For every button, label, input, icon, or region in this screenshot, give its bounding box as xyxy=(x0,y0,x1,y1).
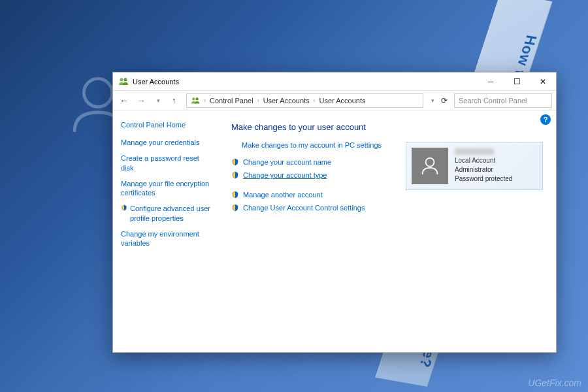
user-accounts-icon xyxy=(118,76,129,87)
chevron-down-icon[interactable]: ▾ xyxy=(430,97,436,104)
action-link-label: Change your account type xyxy=(243,171,327,179)
watermark: UGetFix.com xyxy=(528,378,581,388)
action-uac-settings[interactable]: Change User Account Control settings xyxy=(231,204,546,212)
sidebar-link-advanced-profile[interactable]: Configure advanced user profile properti… xyxy=(121,204,213,223)
breadcrumb-item[interactable]: User Accounts xyxy=(263,97,310,105)
shield-icon xyxy=(231,204,239,212)
shield-icon xyxy=(231,191,239,199)
back-button[interactable]: ← xyxy=(117,93,131,108)
secondary-actions: Manage another account Change User Accou… xyxy=(231,191,546,212)
titlebar[interactable]: User Accounts ─ ☐ ✕ xyxy=(113,73,556,91)
current-account-card: Local Account Administrator Password pro… xyxy=(406,142,543,190)
chevron-right-icon: › xyxy=(256,97,261,104)
sidebar-link-credentials[interactable]: Manage your credentials xyxy=(121,138,213,147)
content-area: ? Control Panel Home Manage your credent… xyxy=(113,110,556,352)
sidebar-link-password-reset[interactable]: Create a password reset disk xyxy=(121,154,213,172)
account-info: Local Account Administrator Password pro… xyxy=(455,148,512,184)
forward-button[interactable]: → xyxy=(134,93,148,108)
svg-point-4 xyxy=(195,97,198,100)
search-placeholder: Search Control Panel xyxy=(459,97,527,105)
close-button[interactable]: ✕ xyxy=(530,73,556,91)
sidebar-link-encryption[interactable]: Manage your file encryption certificates xyxy=(121,179,213,198)
maximize-button[interactable]: ☐ xyxy=(504,73,530,91)
svg-point-0 xyxy=(84,78,112,106)
refresh-button[interactable]: ⟳ xyxy=(437,93,451,108)
shield-icon xyxy=(121,204,127,211)
chevron-right-icon: › xyxy=(312,97,317,104)
svg-point-2 xyxy=(124,78,127,81)
user-accounts-breadcrumb-icon xyxy=(191,96,200,105)
search-input[interactable]: Search Control Panel xyxy=(454,93,552,108)
navigation-bar: ← → ▾ ↑ › Control Panel › User Accounts … xyxy=(113,91,556,110)
svg-point-5 xyxy=(426,158,434,167)
chevron-right-icon: › xyxy=(203,97,207,104)
control-panel-home-link[interactable]: Control Panel Home xyxy=(121,121,213,129)
recent-dropdown-icon[interactable]: ▾ xyxy=(151,93,165,108)
action-manage-another[interactable]: Manage another account xyxy=(231,191,546,199)
breadcrumb-item[interactable]: Control Panel xyxy=(210,97,253,105)
sidebar: Control Panel Home Manage your credentia… xyxy=(113,110,221,352)
sidebar-link-label: Configure advanced user profile properti… xyxy=(130,204,213,223)
svg-point-1 xyxy=(120,78,123,81)
help-icon[interactable]: ? xyxy=(540,114,551,125)
account-type: Local Account xyxy=(455,156,512,165)
address-breadcrumb[interactable]: › Control Panel › User Accounts › User A… xyxy=(186,93,423,108)
action-link-label: Change User Account Control settings xyxy=(243,204,365,212)
main-panel: Make changes to your user account Make c… xyxy=(221,110,556,352)
sidebar-link-environment[interactable]: Change my environment variables xyxy=(121,229,213,248)
account-name-redacted xyxy=(455,148,494,155)
shield-icon xyxy=(231,171,239,179)
user-accounts-window: User Accounts ─ ☐ ✕ ← → ▾ ↑ › Control Pa… xyxy=(112,72,557,353)
window-controls: ─ ☐ ✕ xyxy=(478,73,556,91)
minimize-button[interactable]: ─ xyxy=(478,73,504,91)
shield-icon xyxy=(231,158,239,166)
breadcrumb-item[interactable]: User Accounts xyxy=(319,97,366,105)
window-title: User Accounts xyxy=(133,78,478,86)
action-link-label: Change your account name xyxy=(243,158,331,166)
action-link-label: Manage another account xyxy=(243,191,323,199)
main-heading: Make changes to your user account xyxy=(231,122,546,132)
svg-point-3 xyxy=(192,97,195,100)
account-protection: Password protected xyxy=(455,174,512,184)
account-role: Administrator xyxy=(455,165,512,174)
up-button[interactable]: ↑ xyxy=(168,95,180,106)
account-avatar-icon xyxy=(412,148,448,184)
